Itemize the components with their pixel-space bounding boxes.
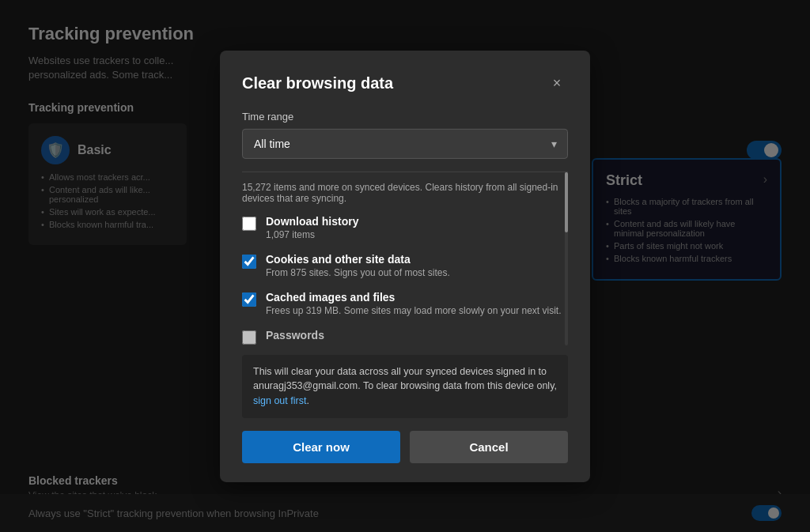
- modal-close-button[interactable]: ×: [546, 72, 568, 94]
- info-text-before: This will clear your data across all you…: [253, 365, 557, 391]
- clear-now-button[interactable]: Clear now: [242, 431, 400, 463]
- passwords-checkbox[interactable]: [242, 330, 256, 344]
- cached-sub: Frees up 319 MB. Some sites may load mor…: [266, 304, 561, 315]
- cancel-button[interactable]: Cancel: [410, 431, 568, 463]
- cookies-item: Cookies and other site data From 875 sit…: [242, 252, 568, 277]
- scrollbar-track: [565, 172, 568, 345]
- time-range-label: Time range: [242, 110, 568, 122]
- cookies-checkbox[interactable]: [242, 254, 256, 268]
- download-history-sub: 1,097 items: [266, 228, 358, 240]
- checkboxes-container: 15,272 items and more on synced devices.…: [242, 171, 568, 345]
- passwords-item: Passwords: [242, 328, 568, 344]
- modal-actions: Clear now Cancel: [242, 431, 568, 463]
- cookies-sub: From 875 sites. Signs you out of most si…: [266, 266, 450, 277]
- passwords-label: Passwords: [266, 328, 324, 341]
- scroll-note: 15,272 items and more on synced devices.…: [242, 181, 568, 203]
- time-range-wrapper: All time Last hour Last 24 hours Last 7 …: [242, 128, 568, 158]
- info-box: This will clear your data across all you…: [242, 354, 568, 417]
- scrollbar-thumb: [565, 172, 568, 232]
- download-history-checkbox[interactable]: [242, 216, 256, 230]
- clear-browsing-data-modal: Clear browsing data × Time range All tim…: [220, 50, 590, 481]
- cached-checkbox[interactable]: [242, 292, 256, 306]
- time-range-select[interactable]: All time Last hour Last 24 hours Last 7 …: [242, 128, 568, 158]
- cookies-label: Cookies and other site data: [266, 252, 450, 265]
- download-history-label: Download history: [266, 214, 358, 227]
- cached-item: Cached images and files Frees up 319 MB.…: [242, 290, 568, 315]
- download-history-item: Download history 1,097 items: [242, 214, 568, 240]
- checkboxes-area: 15,272 items and more on synced devices.…: [242, 171, 568, 345]
- modal-header: Clear browsing data ×: [242, 72, 568, 94]
- info-text-after: .: [306, 395, 308, 406]
- sign-out-link[interactable]: sign out first: [253, 395, 306, 406]
- cached-label: Cached images and files: [266, 290, 561, 303]
- modal-title: Clear browsing data: [242, 74, 393, 92]
